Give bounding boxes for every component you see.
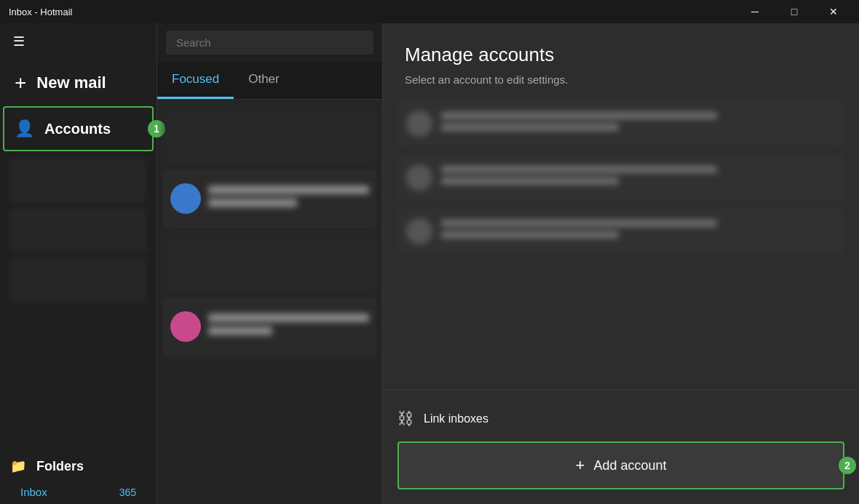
account-text-1 (441, 112, 836, 135)
tabs-row: Focused Other (157, 62, 382, 100)
email-item-2[interactable] (163, 169, 376, 228)
accounts-button[interactable]: 👤 Accounts 1 (3, 106, 154, 151)
account-line-4 (441, 177, 619, 185)
avatar-pink (170, 311, 201, 342)
account-item-3[interactable] (397, 208, 844, 255)
email-item-4[interactable] (163, 297, 376, 356)
sidebar-blur-area (0, 151, 157, 441)
account-avatar-1 (406, 111, 432, 137)
account-line-6 (441, 231, 619, 239)
account-text-3 (441, 220, 836, 243)
hamburger-icon: ☰ (13, 33, 25, 49)
maximize-button[interactable]: □ (777, 0, 811, 23)
account-line-2 (441, 124, 619, 131)
link-inboxes-button[interactable]: ⛓ Link inboxes (397, 402, 844, 436)
account-avatar-3 (406, 218, 432, 244)
accounts-list (383, 93, 859, 390)
manage-title: Manage accounts (405, 44, 837, 66)
search-bar (157, 23, 382, 62)
email-blur-3 (163, 233, 376, 292)
link-inboxes-label: Link inboxes (424, 412, 488, 425)
manage-footer: ⛓ Link inboxes + Add account 2 (383, 390, 859, 504)
new-mail-plus-icon: + (15, 71, 26, 95)
tab-focused[interactable]: Focused (157, 62, 234, 99)
email-list-items (157, 100, 382, 504)
tab-other-label: Other (248, 72, 280, 86)
close-button[interactable]: ✕ (817, 0, 850, 23)
folders-label: Folders (36, 459, 84, 474)
search-input[interactable] (166, 31, 373, 55)
blur-item-3 (10, 257, 146, 301)
folders-button[interactable]: 📁 Folders (10, 452, 84, 480)
account-line-3 (441, 166, 717, 173)
add-account-badge: 2 (839, 457, 856, 474)
email-blur-1 (163, 105, 376, 164)
folders-section: 📁 Folders Inbox 365 (0, 441, 157, 504)
account-avatar-2 (406, 164, 432, 191)
blur-item-1 (10, 159, 146, 202)
blur-item-2 (10, 208, 146, 252)
manage-header: Manage accounts Select an account to edi… (383, 23, 859, 93)
email-content-2 (208, 185, 369, 212)
add-account-label: Add account (593, 458, 666, 473)
manage-accounts-panel: Manage accounts Select an account to edi… (382, 23, 859, 504)
user-icon: 👤 (15, 119, 34, 138)
title-bar: Inbox - Hotmail ─ □ ✕ (0, 0, 859, 23)
email-line-1 (208, 185, 369, 194)
email-line-3 (208, 313, 369, 322)
hamburger-button[interactable]: ☰ (10, 31, 28, 52)
email-list-panel: Focused Other (157, 23, 382, 504)
new-mail-label: New mail (36, 73, 106, 92)
window-controls: ─ □ ✕ (738, 0, 850, 23)
tab-other[interactable]: Other (234, 62, 294, 99)
sidebar-top: ☰ (0, 23, 157, 60)
account-text-2 (441, 166, 836, 189)
add-account-button[interactable]: + Add account 2 (397, 441, 844, 489)
new-mail-button[interactable]: + New mail (0, 60, 157, 106)
account-line-1 (441, 112, 717, 119)
account-item-1[interactable] (397, 100, 844, 147)
sidebar: ☰ + New mail 👤 Accounts 1 📁 Folders Inbo… (0, 23, 157, 504)
tab-focused-label: Focused (172, 72, 219, 86)
minimize-button[interactable]: ─ (738, 0, 772, 23)
inbox-label: Inbox (20, 486, 47, 498)
app-body: ☰ + New mail 👤 Accounts 1 📁 Folders Inbo… (0, 23, 859, 504)
account-line-5 (441, 220, 717, 227)
account-item-2[interactable] (397, 154, 844, 201)
accounts-label: Accounts (44, 121, 111, 137)
avatar-blue (170, 183, 201, 214)
add-account-plus-icon: + (576, 456, 585, 475)
email-content-4 (208, 313, 369, 340)
link-icon: ⛓ (397, 409, 413, 428)
manage-subtitle: Select an account to edit settings. (405, 73, 837, 86)
email-line-2 (208, 199, 297, 207)
folder-icon: 📁 (10, 458, 26, 474)
inbox-item[interactable]: Inbox 365 (10, 480, 146, 504)
email-line-4 (208, 327, 272, 335)
inbox-count: 365 (119, 487, 136, 498)
window-title: Inbox - Hotmail (9, 7, 72, 17)
